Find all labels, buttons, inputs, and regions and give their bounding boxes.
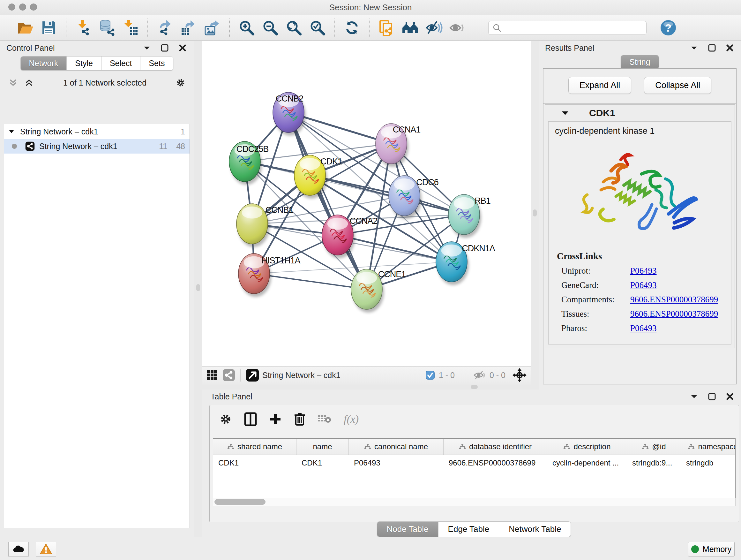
node-RB1[interactable]: RB1 xyxy=(448,194,490,238)
gene-collapse-icon[interactable] xyxy=(560,108,570,118)
tab-style[interactable]: Style xyxy=(67,57,102,70)
string-network-graph[interactable]: CCNB2 CCNA1 CDC25B CDK1 CDC6 RB1 CCNB1 C… xyxy=(202,41,531,366)
control-panel-menu-icon[interactable] xyxy=(142,43,151,53)
zoom-out-button[interactable] xyxy=(260,17,280,38)
table-cell[interactable]: 9606.ENSP00000378699 xyxy=(444,458,547,468)
selected-checkbox-icon[interactable] xyxy=(425,370,435,380)
show-all-button[interactable] xyxy=(448,17,467,38)
home-button[interactable] xyxy=(400,17,420,38)
table-cell[interactable]: stringdb:9... xyxy=(627,458,681,468)
left-splitter-handle[interactable] xyxy=(196,284,200,291)
search-box[interactable] xyxy=(488,21,647,35)
crosslink-link[interactable]: 9606.ENSP00000378699 xyxy=(630,309,718,319)
table-cell[interactable]: cyclin-dependent ... xyxy=(547,458,627,468)
column-header-description[interactable]: description xyxy=(547,439,627,455)
memory-button[interactable]: Memory xyxy=(688,542,735,557)
expand-all-button[interactable]: Expand All xyxy=(568,77,631,94)
add-column-button[interactable] xyxy=(269,413,282,426)
crosslink-link[interactable]: P06493 xyxy=(630,266,657,276)
node-CCNA1[interactable]: CCNA1 xyxy=(376,124,420,167)
tab-node-table[interactable]: Node Table xyxy=(377,522,439,537)
tab-network-table[interactable]: Network Table xyxy=(499,522,570,537)
open-session-button[interactable] xyxy=(15,17,35,38)
results-panel-menu-icon[interactable] xyxy=(689,43,699,53)
delete-column-button[interactable] xyxy=(294,412,306,426)
column-header-namespace[interactable]: namespace xyxy=(681,439,736,455)
collapse-all-button[interactable]: Collapse All xyxy=(644,77,711,94)
table-panel-float-icon[interactable] xyxy=(707,392,717,401)
import-database-button[interactable] xyxy=(97,17,117,38)
expand-all-icon[interactable] xyxy=(24,78,34,87)
copy-network-button[interactable] xyxy=(377,17,396,38)
tree-row-network[interactable]: String Network – cdk1 11 48 xyxy=(4,139,190,153)
export-table-button[interactable] xyxy=(179,17,199,38)
collapse-all-icon[interactable] xyxy=(8,78,18,87)
right-splitter-handle[interactable] xyxy=(533,209,537,216)
control-panel-close-icon[interactable] xyxy=(178,43,187,53)
edge-CCNB2-CCNE1[interactable] xyxy=(288,112,367,289)
crosslink-link[interactable]: P06493 xyxy=(630,323,657,333)
node-CCNA2[interactable]: CCNA2 xyxy=(322,215,377,258)
table-panel-close-icon[interactable] xyxy=(725,392,735,401)
table-hscrollbar-thumb[interactable] xyxy=(214,499,266,505)
network-canvas[interactable]: CCNB2 CCNA1 CDC25B CDK1 CDC6 RB1 CCNB1 C… xyxy=(202,41,531,366)
table-cell[interactable]: CDK1 xyxy=(296,458,349,468)
export-network-button[interactable] xyxy=(155,17,175,38)
column-header-database-identifier[interactable]: database identifier xyxy=(444,439,547,455)
tab-select[interactable]: Select xyxy=(102,57,140,70)
search-input[interactable] xyxy=(501,23,635,32)
node-CDKN1A[interactable]: CDKN1A xyxy=(436,242,495,285)
delete-table-button[interactable] xyxy=(318,414,332,425)
zoom-selected-button[interactable] xyxy=(308,17,327,38)
table-cell[interactable]: P06493 xyxy=(349,458,444,468)
control-panel-float-icon[interactable] xyxy=(160,43,170,53)
table-hscrollbar[interactable] xyxy=(213,498,736,506)
tree-expand-icon[interactable] xyxy=(9,130,14,133)
node-CCNE1[interactable]: CCNE1 xyxy=(351,269,406,313)
fit-content-icon[interactable] xyxy=(513,368,527,382)
column-header--id[interactable]: @id xyxy=(627,439,681,455)
results-panel-float-icon[interactable] xyxy=(707,43,717,53)
network-nodes[interactable]: CCNB2 CCNA1 CDC25B CDK1 CDC6 RB1 CCNB1 C… xyxy=(229,92,495,313)
tree-row-collection[interactable]: String Network – cdk1 1 xyxy=(4,124,190,139)
table-settings-button[interactable] xyxy=(219,413,232,426)
table-panel-menu-icon[interactable] xyxy=(689,392,699,401)
refresh-button[interactable] xyxy=(342,17,362,38)
birdseye-view-icon[interactable] xyxy=(246,368,259,382)
warning-button[interactable] xyxy=(36,542,56,557)
node-CCNB1[interactable]: CCNB1 xyxy=(237,204,293,247)
tab-network[interactable]: Network xyxy=(21,57,67,70)
node-HIST1H1A[interactable]: HIST1H1A xyxy=(239,253,300,297)
crosslink-link[interactable]: P06493 xyxy=(630,280,657,290)
node-CDK1[interactable]: CDK1 xyxy=(294,155,342,199)
hide-selected-button[interactable] xyxy=(424,17,444,38)
import-table-button[interactable] xyxy=(121,17,140,38)
column-header-shared-name[interactable]: shared name xyxy=(213,439,296,455)
gear-icon[interactable] xyxy=(176,78,185,87)
table-cell[interactable]: stringdb xyxy=(681,458,736,468)
tab-sets[interactable]: Sets xyxy=(140,57,173,70)
save-session-button[interactable] xyxy=(39,17,59,38)
node-CCNB2[interactable]: CCNB2 xyxy=(273,92,306,136)
zoom-in-button[interactable] xyxy=(237,17,257,38)
grid-view-icon[interactable] xyxy=(206,369,218,381)
tab-string[interactable]: String xyxy=(621,55,658,69)
import-network-button[interactable] xyxy=(73,17,93,38)
string-app-icon[interactable] xyxy=(222,369,235,381)
export-image-button[interactable] xyxy=(202,17,222,38)
table-row[interactable]: CDK1CDK1P064939606.ENSP00000378699cyclin… xyxy=(213,455,735,471)
node-CDC6[interactable]: CDC6 xyxy=(389,176,439,219)
right-splitter[interactable] xyxy=(531,41,539,384)
left-splitter[interactable] xyxy=(194,41,202,537)
column-header-name[interactable]: name xyxy=(296,439,349,455)
table-cell[interactable]: CDK1 xyxy=(213,458,296,468)
cloud-button[interactable] xyxy=(8,542,29,557)
column-header-canonical-name[interactable]: canonical name xyxy=(349,439,444,455)
results-panel-close-icon[interactable] xyxy=(725,43,735,53)
crosslink-link[interactable]: 9606.ENSP00000378699 xyxy=(630,295,718,305)
node-CDC25B[interactable]: CDC25B xyxy=(229,141,268,185)
show-columns-button[interactable] xyxy=(244,412,257,426)
function-builder-icon[interactable]: f(x) xyxy=(344,413,359,425)
bottom-splitter-handle[interactable] xyxy=(471,385,478,389)
hidden-eye-icon[interactable] xyxy=(473,370,486,380)
